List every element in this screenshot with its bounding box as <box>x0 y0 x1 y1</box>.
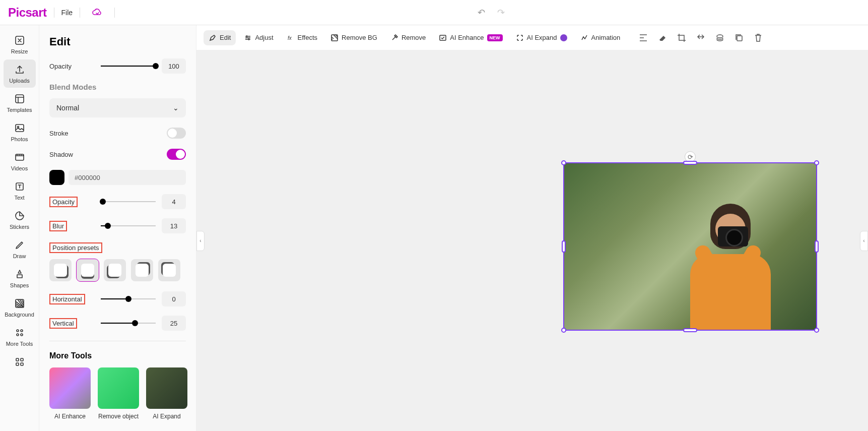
layers-icon[interactable] <box>715 33 725 43</box>
tool-ai-expand[interactable]: AI Expand <box>146 367 187 420</box>
svg-rect-19 <box>737 36 742 41</box>
resize-handle-bl[interactable] <box>561 328 566 333</box>
logo[interactable]: Picsart <box>8 6 47 20</box>
cloud-sync-icon[interactable] <box>92 9 102 17</box>
resize-handle-tl[interactable] <box>561 160 566 165</box>
shadow-opacity-label: Opacity <box>49 197 78 207</box>
tool-edit[interactable]: Edit <box>204 30 236 45</box>
tool-remove-object[interactable]: Remove object <box>98 367 139 420</box>
blend-mode-select[interactable]: Normal ⌄ <box>49 98 186 117</box>
preset-bottom-left[interactable] <box>49 259 72 281</box>
rail-resize[interactable]: Resize <box>4 30 36 58</box>
duplicate-icon[interactable] <box>734 33 744 43</box>
rail-label: Shapes <box>10 282 29 288</box>
shadow-color-input[interactable]: #000000 <box>69 170 186 185</box>
svg-text:fx: fx <box>288 35 292 41</box>
remove-icon <box>390 34 398 42</box>
tool-label: Remove <box>402 34 426 41</box>
tool-ai-enhance[interactable]: AI Enhance <box>49 367 91 420</box>
top-bar: Picsart File ↶ ↷ <box>0 0 868 25</box>
opacity-slider[interactable] <box>101 62 156 70</box>
canvas[interactable]: ‹ ‹ ⟳ <box>196 50 868 431</box>
aiexpand-icon <box>516 34 524 42</box>
vertical-label: Vertical <box>49 318 77 329</box>
vertical-slider[interactable] <box>101 319 156 327</box>
tool-remove[interactable]: Remove <box>385 30 431 45</box>
rail-draw[interactable]: Draw <box>4 235 36 263</box>
rail-label: Uploads <box>9 78 29 84</box>
tool-label: AI Expand <box>153 413 180 420</box>
rail-uploads[interactable]: Uploads <box>4 59 36 88</box>
crop-icon[interactable] <box>677 33 687 43</box>
rail-shapes[interactable]: Shapes <box>4 264 36 292</box>
tool-thumb <box>98 367 139 409</box>
redo-icon[interactable]: ↷ <box>497 7 505 18</box>
tool-effects[interactable]: fx Effects <box>282 30 323 45</box>
removebg-icon <box>330 34 339 42</box>
rail-apps[interactable] <box>4 352 36 372</box>
preset-bottom[interactable] <box>77 259 99 281</box>
left-rail: Resize Uploads Templates Photos Videos T… <box>0 25 39 431</box>
vertical-value[interactable]: 25 <box>162 316 186 331</box>
position-presets <box>49 259 186 281</box>
align-icon[interactable] <box>638 33 648 43</box>
tool-ai-expand[interactable]: AI Expand <box>511 30 572 45</box>
stickers-icon <box>14 210 26 222</box>
blur-label: Blur <box>49 221 67 231</box>
svg-rect-12 <box>21 358 23 361</box>
expand-panel-tab[interactable]: ‹ <box>860 231 868 251</box>
tool-label: Animation <box>591 34 621 41</box>
tool-remove-bg[interactable]: Remove BG <box>325 30 382 45</box>
tool-adjust[interactable]: Adjust <box>239 30 278 45</box>
selected-image[interactable]: ⟳ <box>563 162 817 331</box>
tool-label: AI Enhance <box>450 34 484 41</box>
tool-animation[interactable]: Animation <box>575 30 626 45</box>
opacity-label: Opacity <box>49 63 95 70</box>
tool-label: Edit <box>220 34 231 41</box>
upload-icon <box>14 64 26 76</box>
tool-label: Remove object <box>98 413 139 420</box>
rail-text[interactable]: Text <box>4 176 36 205</box>
horizontal-value[interactable]: 0 <box>162 291 186 306</box>
rail-stickers[interactable]: Stickers <box>4 206 36 234</box>
file-menu[interactable]: File <box>61 9 73 17</box>
shadow-color-swatch[interactable] <box>49 170 64 185</box>
eraser-icon[interactable] <box>657 33 667 43</box>
rail-videos[interactable]: Videos <box>4 147 36 175</box>
effects-icon: fx <box>287 34 295 42</box>
shadow-opacity-value[interactable]: 4 <box>162 194 186 209</box>
rail-more-tools[interactable]: More Tools <box>4 323 36 351</box>
templates-icon <box>14 93 26 105</box>
adjust-icon <box>244 34 252 42</box>
rail-photos[interactable]: Photos <box>4 118 36 146</box>
resize-handle-t[interactable] <box>683 161 697 165</box>
divider <box>54 8 54 18</box>
resize-handle-r[interactable] <box>815 240 819 253</box>
preset-top-right[interactable] <box>158 259 180 281</box>
tool-ai-enhance[interactable]: AI Enhance NEW <box>434 30 507 45</box>
horizontal-slider[interactable] <box>101 295 156 303</box>
preset-bottom-right[interactable] <box>104 259 126 281</box>
shadow-toggle[interactable] <box>167 149 186 160</box>
undo-icon[interactable]: ↶ <box>478 7 485 18</box>
resize-handle-l[interactable] <box>562 240 566 253</box>
animation-icon <box>580 34 588 42</box>
collapse-panel-tab[interactable]: ‹ <box>196 231 205 251</box>
blur-value[interactable]: 13 <box>162 218 186 233</box>
resize-handle-br[interactable] <box>814 328 819 333</box>
resize-handle-b[interactable] <box>683 328 697 332</box>
svg-rect-11 <box>16 358 19 361</box>
trash-icon[interactable] <box>753 33 763 43</box>
new-badge: NEW <box>487 34 503 41</box>
blur-slider[interactable] <box>101 222 156 230</box>
rail-background[interactable]: Background <box>4 293 36 322</box>
opacity-value[interactable]: 100 <box>162 58 186 74</box>
flip-icon[interactable] <box>696 33 706 43</box>
rail-templates[interactable]: Templates <box>4 89 36 117</box>
preset-top-left[interactable] <box>131 259 153 281</box>
resize-handle-tr[interactable] <box>814 160 819 165</box>
tool-label: Remove BG <box>342 34 377 41</box>
badge-dot <box>560 34 567 41</box>
shadow-opacity-slider[interactable] <box>101 198 156 206</box>
stroke-toggle[interactable] <box>167 128 186 139</box>
